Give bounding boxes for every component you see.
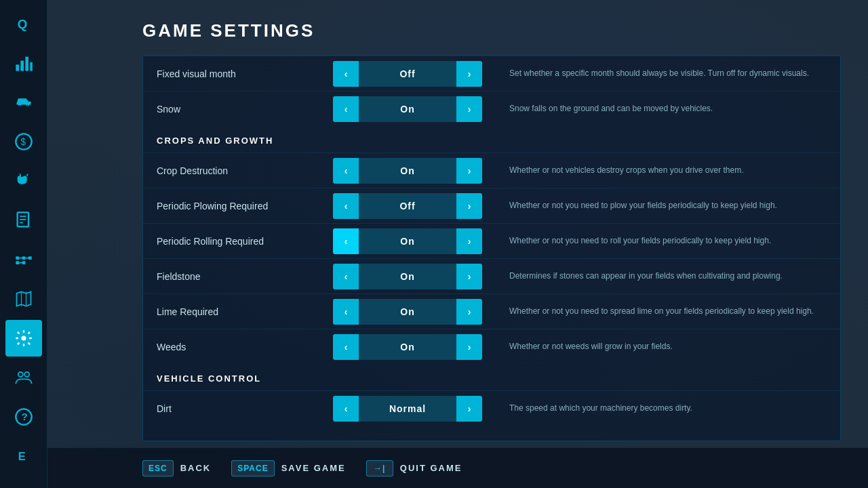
crop-destruction-next[interactable]: › [456,158,482,184]
weeds-next[interactable]: › [456,334,482,360]
section-header-crops: CROPS AND GROWTH [143,126,840,152]
snow-value: On [359,96,456,122]
setting-row-dirt: Dirt ‹ Normal › The speed at which your … [143,390,840,426]
crop-destruction-value: On [359,158,456,184]
svg-rect-4 [30,62,33,71]
svg-point-24 [18,372,22,377]
svg-rect-3 [25,57,28,71]
fixed-visual-month-value: Off [359,61,456,87]
back-button[interactable]: ESC BACK [142,460,211,476]
setting-row-periodic-rolling: Periodic Rolling Required ‹ On › Whether… [143,223,840,258]
svg-point-25 [24,372,29,377]
svg-text:?: ? [21,411,27,422]
dirt-value: Normal [359,396,456,422]
back-label: BACK [180,463,212,473]
setting-label-dirt: Dirt [157,403,333,414]
quit-label: QUIT GAME [400,463,462,473]
svg-text:$: $ [20,136,26,147]
quit-key: →| [366,460,393,476]
setting-label-snow: Snow [157,104,333,115]
svg-rect-15 [28,256,32,260]
snow-prev[interactable]: ‹ [333,96,359,122]
setting-row-snow: Snow ‹ On › Snow falls on the ground and… [143,91,840,126]
sidebar-item-stats[interactable] [5,45,42,81]
svg-point-6 [26,105,29,108]
lime-required-value: On [359,299,456,325]
setting-label-periodic-rolling: Periodic Rolling Required [157,236,333,247]
svg-rect-14 [22,256,25,260]
svg-rect-13 [16,256,19,260]
sidebar: Q $ ? E [0,0,47,488]
back-key: ESC [142,460,174,476]
svg-text:E: E [18,450,25,462]
fixed-visual-month-next[interactable]: › [456,61,482,87]
setting-control-snow: ‹ On › [333,96,482,122]
svg-rect-2 [20,61,24,71]
setting-row-crop-destruction: Crop Destruction ‹ On › Whether or not v… [143,152,840,188]
fieldstone-prev[interactable]: ‹ [333,264,359,289]
settings-panel[interactable]: Fixed visual month ‹ Off › Set whether a… [142,55,841,441]
setting-label-lime-required: Lime Required [157,306,333,317]
sidebar-item-finance[interactable]: $ [5,123,42,160]
sidebar-item-vehicle[interactable] [5,84,42,121]
page-title: GAME SETTINGS [142,20,841,41]
quit-game-button[interactable]: →| QUIT GAME [366,460,462,476]
lime-required-next[interactable]: › [456,299,482,325]
periodic-rolling-next[interactable]: › [456,228,482,254]
setting-row-periodic-plowing: Periodic Plowing Required ‹ Off › Whethe… [143,188,840,223]
setting-control-weeds: ‹ On › [333,334,482,360]
fieldstone-desc: Determines if stones can appear in your … [482,270,827,282]
snow-desc: Snow falls on the ground and can be move… [482,103,827,115]
setting-control-lime-required: ‹ On › [333,299,482,325]
svg-rect-18 [16,261,19,264]
setting-control-dirt: ‹ Normal › [333,396,482,422]
crop-destruction-prev[interactable]: ‹ [333,158,359,184]
fieldstone-next[interactable]: › [456,264,482,289]
sidebar-item-exit[interactable]: E [5,438,42,474]
fixed-visual-month-prev[interactable]: ‹ [333,61,359,87]
setting-control-periodic-rolling: ‹ On › [333,228,482,254]
setting-row-lime-required: Lime Required ‹ On › Whether or not you … [143,293,840,329]
sidebar-item-animals[interactable] [5,163,42,199]
setting-label-fieldstone: Fieldstone [157,271,333,282]
weeds-desc: Whether or not weeds will grow in your f… [482,341,827,352]
sidebar-item-quest[interactable]: Q [5,5,42,42]
fieldstone-value: On [359,264,456,289]
weeds-prev[interactable]: ‹ [333,334,359,360]
svg-rect-1 [16,64,19,70]
svg-rect-19 [22,261,25,264]
periodic-plowing-value: Off [359,193,456,219]
setting-row-fieldstone: Fieldstone ‹ On › Determines if stones c… [143,258,840,293]
setting-label-periodic-plowing: Periodic Plowing Required [157,201,333,211]
svg-point-23 [21,336,26,341]
sidebar-item-contracts[interactable] [5,202,42,239]
svg-text:Q: Q [17,17,27,31]
sidebar-item-map[interactable] [5,281,42,317]
periodic-rolling-prev[interactable]: ‹ [333,228,359,254]
setting-control-fieldstone: ‹ On › [333,264,482,289]
periodic-rolling-desc: Whether or not you need to roll your fie… [482,235,827,247]
fixed-visual-month-desc: Set whether a specific month should alwa… [482,68,827,79]
lime-required-prev[interactable]: ‹ [333,299,359,325]
periodic-plowing-prev[interactable]: ‹ [333,193,359,219]
setting-control-periodic-plowing: ‹ Off › [333,193,482,219]
snow-next[interactable]: › [456,96,482,122]
save-label: SAVE GAME [281,463,346,473]
save-key: SPACE [231,460,274,476]
periodic-rolling-value: On [359,228,456,254]
dirt-next[interactable]: › [456,396,482,422]
save-game-button[interactable]: SPACE SAVE GAME [231,460,346,476]
setting-label-crop-destruction: Crop Destruction [157,165,333,176]
periodic-plowing-next[interactable]: › [456,193,482,219]
sidebar-item-multiplayer[interactable] [5,359,42,396]
sidebar-item-settings[interactable] [5,320,42,357]
main-content: GAME SETTINGS Fixed visual month ‹ Off ›… [47,0,868,447]
sidebar-item-production[interactable] [5,241,42,278]
setting-row-fixed-visual-month: Fixed visual month ‹ Off › Set whether a… [143,56,840,91]
setting-label-fixed-visual-month: Fixed visual month [157,68,333,79]
setting-control-crop-destruction: ‹ On › [333,158,482,184]
dirt-prev[interactable]: ‹ [333,396,359,422]
sidebar-item-help[interactable]: ? [5,399,42,435]
setting-row-weeds: Weeds ‹ On › Whether or not weeds will g… [143,329,840,364]
crop-destruction-desc: Whether or not vehicles destroy crops wh… [482,165,827,176]
